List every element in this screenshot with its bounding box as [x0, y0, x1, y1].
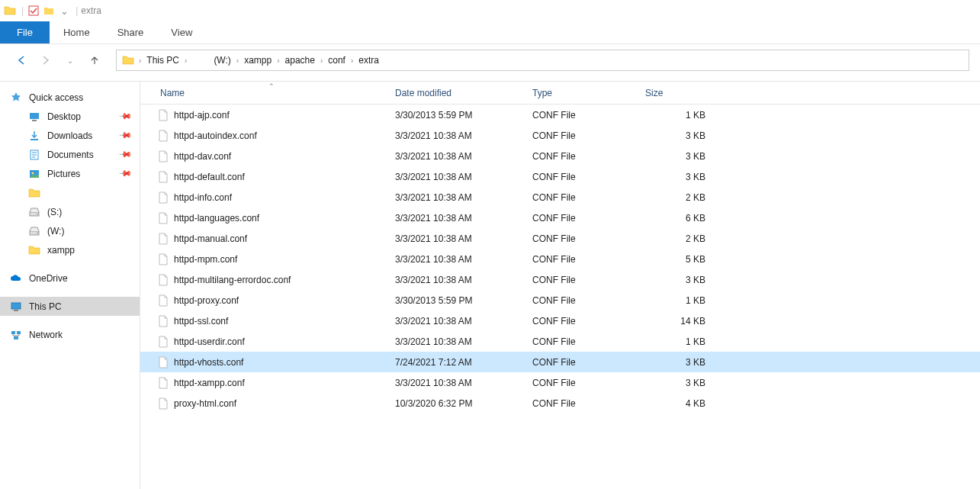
file-row[interactable]: httpd-proxy.conf3/30/2013 5:59 PMCONF Fi… [140, 290, 980, 310]
folder-icon [27, 243, 41, 257]
sidebar-item[interactable]: Documents📌 [0, 145, 140, 164]
file-row[interactable]: httpd-multilang-errordoc.conf3/3/2021 10… [140, 269, 980, 290]
column-header-size[interactable]: Size [639, 88, 712, 98]
breadcrumb-item[interactable]: apache [282, 53, 318, 67]
column-header-name[interactable]: ⌃ Name [154, 88, 389, 98]
file-size: 3 KB [639, 151, 712, 162]
sidebar-label: xampp [47, 245, 75, 256]
file-name: httpd-xampp.conf [174, 378, 245, 388]
breadcrumb-item[interactable]: (W:) [210, 53, 233, 67]
sidebar-item[interactable] [0, 183, 140, 202]
breadcrumb-item[interactable]: conf [325, 53, 349, 67]
file-row[interactable]: httpd-ajp.conf3/30/2013 5:59 PMCONF File… [140, 105, 980, 125]
document-icon [27, 148, 41, 162]
sidebar-item[interactable]: Downloads📌 [0, 126, 140, 145]
address-bar[interactable]: › This PC › (W:) › xampp › apache › conf… [116, 50, 969, 71]
file-row[interactable]: httpd-ssl.conf3/3/2021 10:38 AMCONF File… [140, 310, 980, 331]
file-type: CONF File [526, 378, 639, 388]
svg-rect-0 [29, 6, 38, 15]
file-type: CONF File [526, 192, 639, 203]
tab-share[interactable]: Share [104, 21, 158, 43]
network[interactable]: Network [0, 325, 140, 344]
file-type: CONF File [526, 398, 639, 409]
file-size: 1 KB [639, 336, 712, 347]
file-row[interactable]: httpd-autoindex.conf3/3/2021 10:38 AMCON… [140, 125, 980, 146]
sidebar-label: (S:) [47, 207, 62, 217]
file-name: httpd-dav.conf [174, 151, 231, 162]
file-row[interactable]: httpd-languages.conf3/3/2021 10:38 AMCON… [140, 208, 980, 228]
file-size: 5 KB [639, 254, 712, 265]
file-icon [157, 356, 169, 368]
file-name: httpd-ssl.conf [174, 316, 228, 327]
breadcrumb-item[interactable]: xampp [241, 53, 275, 67]
sidebar-item[interactable]: Pictures📌 [0, 164, 140, 183]
file-type: CONF File [526, 295, 639, 306]
sidebar-item[interactable]: (S:) [0, 202, 140, 221]
file-size: 3 KB [639, 357, 712, 368]
column-header-type[interactable]: Type [526, 88, 639, 98]
file-row[interactable]: httpd-manual.conf3/3/2021 10:38 AMCONF F… [140, 228, 980, 249]
file-name: httpd-userdir.conf [174, 336, 245, 347]
file-icon [157, 191, 169, 204]
breadcrumb-item[interactable]: extra [355, 53, 382, 67]
column-header-date[interactable]: Date modified [389, 88, 526, 98]
properties-icon[interactable] [27, 4, 40, 18]
sidebar-item[interactable]: Desktop📌 [0, 107, 140, 126]
file-row[interactable]: proxy-html.conf10/3/2020 6:32 PMCONF Fil… [140, 393, 980, 413]
chevron-right-icon[interactable]: › [276, 56, 280, 65]
tab-view[interactable]: View [157, 21, 206, 43]
breadcrumb-item[interactable]: This PC [143, 53, 182, 67]
this-pc[interactable]: This PC [0, 297, 140, 316]
file-type: CONF File [526, 254, 639, 265]
sidebar-label: This PC [29, 301, 62, 312]
file-row[interactable]: httpd-dav.conf3/3/2021 10:38 AMCONF File… [140, 146, 980, 166]
recent-dropdown[interactable]: ⌄ [59, 50, 81, 71]
file-row[interactable]: httpd-vhosts.conf7/24/2021 7:12 AMCONF F… [140, 352, 980, 372]
svg-rect-12 [14, 310, 18, 311]
chevron-right-icon[interactable]: › [320, 56, 323, 65]
file-name: httpd-default.conf [174, 172, 245, 182]
file-row[interactable]: httpd-default.conf3/3/2021 10:38 AMCONF … [140, 166, 980, 187]
folder-small-icon[interactable] [42, 4, 56, 18]
chevron-right-icon[interactable]: › [350, 56, 354, 65]
file-row[interactable]: httpd-userdir.conf3/3/2021 10:38 AMCONF … [140, 331, 980, 352]
column-headers: ⌃ Name Date modified Type Size [140, 82, 980, 105]
file-date: 3/3/2021 10:38 AM [389, 192, 526, 203]
chevron-right-icon[interactable]: › [138, 56, 142, 65]
up-button[interactable] [84, 50, 105, 71]
chevron-right-icon[interactable]: › [184, 56, 188, 65]
file-date: 3/3/2021 10:38 AM [389, 130, 526, 141]
forward-button[interactable] [35, 50, 56, 71]
svg-rect-11 [11, 303, 21, 309]
qat-dropdown-icon[interactable]: ⌄ [57, 4, 71, 18]
file-size: 3 KB [639, 130, 712, 141]
file-name: httpd-vhosts.conf [174, 357, 243, 368]
file-name: httpd-multilang-errordoc.conf [174, 275, 291, 285]
file-row[interactable]: httpd-info.conf3/3/2021 10:38 AMCONF Fil… [140, 187, 980, 208]
svg-rect-14 [17, 331, 21, 334]
sidebar-item[interactable]: xampp [0, 240, 140, 259]
tab-home[interactable]: Home [50, 21, 104, 43]
sidebar-item[interactable]: (W:) [0, 221, 140, 240]
folder-icon [27, 186, 41, 200]
file-size: 1 KB [639, 295, 712, 306]
file-icon [157, 253, 169, 265]
file-name: httpd-autoindex.conf [174, 130, 257, 141]
file-size: 3 KB [639, 172, 712, 182]
chevron-right-icon[interactable]: › [236, 56, 239, 65]
picture-icon [27, 167, 41, 181]
quick-access[interactable]: Quick access [0, 88, 140, 107]
onedrive[interactable]: OneDrive [0, 269, 140, 288]
cloud-icon [9, 272, 23, 285]
pin-icon: 📌 [117, 128, 132, 143]
file-row[interactable]: httpd-xampp.conf3/3/2021 10:38 AMCONF Fi… [140, 372, 980, 393]
file-tab[interactable]: File [0, 21, 50, 43]
file-type: CONF File [526, 233, 639, 244]
file-size: 3 KB [639, 275, 712, 285]
svg-rect-1 [30, 113, 39, 119]
file-size: 6 KB [639, 213, 712, 224]
network-icon [9, 328, 23, 342]
back-button[interactable] [11, 50, 32, 71]
file-date: 3/30/2013 5:59 PM [389, 295, 526, 306]
file-row[interactable]: httpd-mpm.conf3/3/2021 10:38 AMCONF File… [140, 249, 980, 269]
